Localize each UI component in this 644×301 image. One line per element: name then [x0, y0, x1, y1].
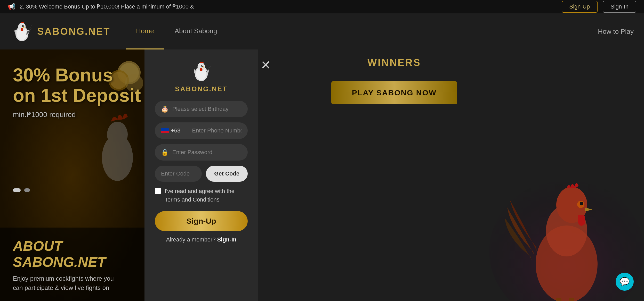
- password-icon: 🔒: [161, 149, 169, 156]
- terms-checkbox[interactable]: [155, 188, 161, 194]
- header-signup-button[interactable]: Sign-Up: [562, 1, 598, 13]
- header-signin-button[interactable]: Sign-In: [603, 1, 636, 13]
- password-field[interactable]: 🔒: [155, 144, 248, 161]
- svg-rect-24: [569, 298, 574, 301]
- terms-row: I've read and agree with the Terms and C…: [155, 187, 248, 204]
- phone-divider: [186, 127, 186, 134]
- code-input[interactable]: [161, 170, 196, 177]
- birthday-field[interactable]: 🎂: [155, 101, 248, 117]
- password-input[interactable]: [172, 149, 242, 156]
- code-field[interactable]: [155, 166, 202, 182]
- hero-section: 30% Bonus on 1st Deposit min.₱1000 requi…: [0, 49, 144, 301]
- carousel-dot-1[interactable]: [13, 188, 21, 192]
- about-title: ABOUTSABONG.NET: [13, 238, 132, 270]
- nav-links: Home About Sabong: [126, 13, 227, 49]
- phone-prefix: +63: [161, 127, 180, 134]
- nav-about[interactable]: About Sabong: [164, 13, 228, 49]
- chat-button[interactable]: 💬: [616, 273, 634, 291]
- main-content: 30% Bonus on 1st Deposit min.₱1000 requi…: [0, 49, 644, 301]
- nav-how-to-play[interactable]: How to Play: [598, 28, 634, 36]
- speaker-icon: 📢: [8, 3, 15, 10]
- nav-home[interactable]: Home: [126, 13, 164, 49]
- hero-subtitle: min.₱1000 required: [13, 110, 141, 119]
- play-sabong-button[interactable]: PLAY SABONG NOW: [331, 81, 457, 104]
- carousel-dot-2[interactable]: [24, 188, 30, 192]
- modal-logo-icon: [190, 60, 213, 83]
- chat-icon: 💬: [619, 277, 630, 287]
- announcement-text: 2. 30% Welcome Bonus Up to ₱10,000! Plac…: [20, 3, 194, 10]
- about-text: Enjoy premium cockfights where youcan pa…: [13, 274, 132, 292]
- logo-area: SABONG.NET: [10, 20, 110, 43]
- svg-point-16: [202, 65, 203, 66]
- close-button[interactable]: ✕: [258, 57, 273, 73]
- terms-text: I've read and agree with the Terms and C…: [165, 187, 248, 204]
- svg-point-22: [580, 202, 583, 205]
- hero-title-line1: 30% Bonus: [13, 65, 141, 85]
- svg-rect-23: [556, 298, 561, 301]
- get-code-button[interactable]: Get Code: [206, 166, 248, 182]
- birthday-icon: 🎂: [161, 105, 169, 113]
- about-section: ABOUTSABONG.NET Enjoy premium cockfights…: [0, 228, 144, 301]
- logo-text: SABONG.NET: [37, 26, 110, 37]
- phone-field[interactable]: +63: [155, 122, 248, 139]
- svg-point-11: [107, 122, 128, 147]
- phone-country-code: +63: [171, 127, 180, 134]
- code-row: Get Code: [155, 166, 248, 182]
- ph-flag: [161, 128, 169, 133]
- birthday-input[interactable]: [172, 106, 242, 112]
- signup-main-button[interactable]: Sign-Up: [155, 211, 248, 231]
- header: SABONG.NET Home About Sabong How to Play: [0, 13, 644, 49]
- already-member-text: Already a member?: [166, 236, 216, 243]
- winners-title: WINNERS: [367, 57, 421, 68]
- nav-right: How to Play: [598, 28, 634, 36]
- announcement-bar: 📢 2. 30% Welcome Bonus Up to ₱10,000! Pl…: [0, 0, 644, 13]
- modal-dialog: ✕ SABONG.NET 🎂: [144, 49, 258, 301]
- logo-icon: [10, 20, 34, 43]
- svg-point-4: [23, 25, 23, 26]
- signin-link[interactable]: Sign-In: [217, 236, 237, 243]
- modal-brand: SABONG.NET: [175, 85, 227, 93]
- hero-text: 30% Bonus on 1st Deposit min.₱1000 requi…: [13, 65, 141, 119]
- phone-input[interactable]: [192, 127, 242, 134]
- hero-title-line2: on 1st Deposit: [13, 85, 141, 106]
- carousel-dots: [13, 188, 30, 192]
- already-member: Already a member? Sign-In: [166, 236, 237, 243]
